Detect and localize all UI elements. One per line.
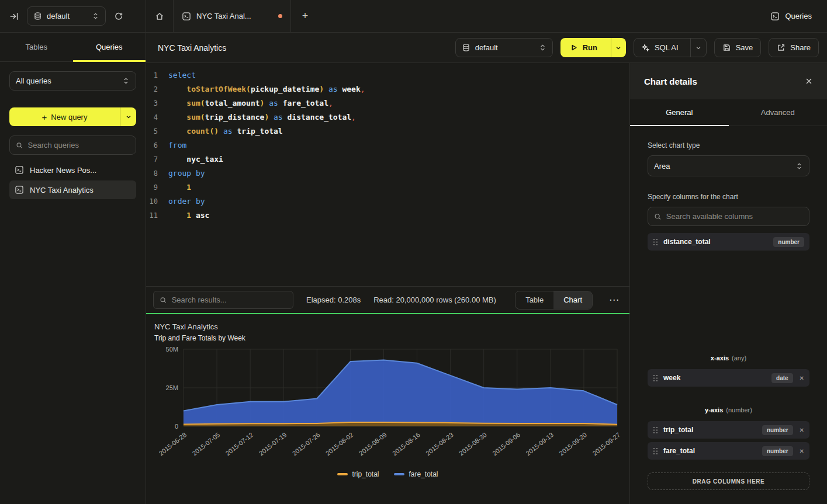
- tab-general[interactable]: General: [630, 99, 729, 126]
- editor-tab[interactable]: NYC Taxi Anal...: [173, 0, 291, 32]
- save-icon: [722, 43, 731, 52]
- area-chart-svg[interactable]: 025M50M2015-06-282015-07-052015-07-12201…: [154, 346, 622, 465]
- column-name: distance_total: [663, 238, 711, 246]
- sidebar-tabs: Tables Queries: [0, 33, 146, 62]
- svg-text:25M: 25M: [166, 384, 178, 391]
- svg-text:2015-07-19: 2015-07-19: [258, 431, 288, 457]
- database-icon: [33, 12, 42, 20]
- queries-icon: [770, 12, 780, 21]
- sql-ai-main[interactable]: SQL AI: [634, 39, 686, 57]
- database-selector-value: default: [475, 43, 498, 52]
- new-query-main[interactable]: + New query: [9, 107, 120, 126]
- work-area: 1select2 toStartOfWeek(pickup_datetime) …: [146, 63, 630, 504]
- column-pill[interactable]: distance_totalnumber: [648, 233, 809, 251]
- queries-filter-select[interactable]: All queries: [9, 71, 136, 91]
- queries-filter-value: All queries: [16, 77, 51, 85]
- column-pill[interactable]: weekdate✕: [648, 369, 809, 387]
- code-line[interactable]: 4 sum(trip_distance) as distance_total,: [146, 110, 629, 124]
- remove-column-icon[interactable]: ✕: [800, 448, 804, 454]
- legend-item[interactable]: fare_total: [394, 470, 438, 478]
- share-button[interactable]: Share: [769, 38, 819, 57]
- y-axis-hint: (number): [726, 406, 752, 413]
- svg-text:2015-08-02: 2015-08-02: [324, 431, 355, 457]
- refresh-icon: [114, 12, 123, 21]
- collapse-sidebar-button[interactable]: [9, 12, 19, 21]
- drop-zone[interactable]: DRAG COLUMNS HERE: [648, 472, 809, 490]
- column-type-badge: number: [762, 446, 793, 456]
- sql-ai-button[interactable]: SQL AI: [634, 38, 707, 57]
- editor-lines: 1select2 toStartOfWeek(pickup_datetime) …: [146, 68, 629, 223]
- line-number: 10: [146, 194, 168, 208]
- save-button[interactable]: Save: [714, 38, 762, 57]
- new-query-dropdown[interactable]: [120, 107, 136, 126]
- svg-text:2015-09-27: 2015-09-27: [591, 431, 621, 457]
- legend-item[interactable]: trip_total: [337, 470, 379, 478]
- database-selector[interactable]: default: [455, 38, 553, 57]
- code-line[interactable]: 11 1 asc: [146, 208, 629, 223]
- column-pill[interactable]: trip_totalnumber✕: [648, 421, 809, 439]
- svg-text:2015-07-12: 2015-07-12: [224, 431, 255, 457]
- code-line[interactable]: 6from: [146, 138, 629, 152]
- code-text: count() as trip_total: [168, 124, 283, 138]
- code-line[interactable]: 8group by: [146, 166, 629, 180]
- sidebar-tab-queries[interactable]: Queries: [73, 33, 146, 61]
- new-tab-button[interactable]: +: [291, 0, 319, 32]
- sql-editor[interactable]: 1select2 toStartOfWeek(pickup_datetime) …: [146, 63, 629, 286]
- line-number: 7: [146, 152, 168, 166]
- chart-area: NYC Taxi Analytics Trip and Fare Totals …: [146, 314, 629, 504]
- run-button-main[interactable]: Run: [560, 38, 606, 57]
- svg-text:2015-08-16: 2015-08-16: [391, 431, 421, 457]
- view-toggle-chart[interactable]: Chart: [553, 291, 592, 309]
- remove-column-icon[interactable]: ✕: [800, 375, 804, 381]
- code-text: nyc_taxi: [168, 152, 223, 166]
- sql-ai-dropdown[interactable]: [690, 39, 706, 57]
- code-line[interactable]: 9 1: [146, 180, 629, 194]
- database-selector[interactable]: default: [27, 6, 106, 26]
- query-icon: [15, 185, 24, 194]
- close-panel-button[interactable]: [805, 77, 813, 85]
- query-list-item[interactable]: NYC Taxi Analytics: [9, 180, 136, 199]
- queries-button[interactable]: Queries: [755, 12, 827, 21]
- chart-title: NYC Taxi Analytics: [154, 322, 621, 331]
- svg-text:0: 0: [175, 423, 178, 430]
- sidebar-tab-tables[interactable]: Tables: [0, 33, 73, 61]
- new-query-button[interactable]: + New query: [9, 107, 136, 126]
- chevron-down-icon: [125, 113, 132, 120]
- home-tab[interactable]: [146, 0, 173, 32]
- code-line[interactable]: 1select: [146, 68, 629, 82]
- query-list-item[interactable]: Hacker News Pos...: [9, 161, 136, 179]
- run-button[interactable]: Run: [560, 38, 626, 57]
- view-toggle-table[interactable]: Table: [515, 291, 553, 309]
- tab-advanced[interactable]: Advanced: [729, 99, 827, 126]
- code-line[interactable]: 5 count() as trip_total: [146, 124, 629, 138]
- column-name: week: [663, 374, 680, 382]
- available-columns: distance_totalnumber: [648, 233, 809, 251]
- line-number: 9: [146, 180, 168, 194]
- code-text: 1: [168, 180, 191, 194]
- svg-text:2015-08-23: 2015-08-23: [424, 431, 455, 457]
- chart-type-select[interactable]: Area: [648, 155, 809, 176]
- code-text: sum(trip_distance) as distance_total,: [168, 110, 356, 124]
- more-options-button[interactable]: ⋯: [605, 294, 622, 306]
- refresh-button[interactable]: [114, 12, 123, 21]
- remove-column-icon[interactable]: ✕: [800, 427, 804, 433]
- line-number: 5: [146, 124, 168, 138]
- drag-handle-icon: [653, 426, 658, 434]
- sidebar-content: All queries + New query: [0, 62, 146, 208]
- search-results-input[interactable]: [172, 296, 287, 304]
- run-dropdown[interactable]: [611, 38, 626, 57]
- code-line[interactable]: 10order by: [146, 194, 629, 208]
- column-pill[interactable]: fare_totalnumber✕: [648, 442, 809, 460]
- panel-tabs: General Advanced: [630, 99, 827, 126]
- line-number: 3: [146, 96, 168, 110]
- svg-text:50M: 50M: [166, 346, 178, 353]
- chevron-down-icon: [615, 44, 622, 51]
- code-line[interactable]: 7 nyc_taxi: [146, 152, 629, 166]
- code-line[interactable]: 2 toStartOfWeek(pickup_datetime) as week…: [146, 82, 629, 96]
- svg-text:2015-07-05: 2015-07-05: [191, 431, 222, 457]
- search-columns-input[interactable]: [666, 212, 803, 221]
- code-line[interactable]: 3 sum(total_amount) as fare_total,: [146, 96, 629, 110]
- chart-details-panel: Chart details General Advanced Select ch…: [630, 63, 827, 504]
- queries-button-label: Queries: [785, 12, 812, 20]
- search-queries-input[interactable]: [28, 141, 130, 150]
